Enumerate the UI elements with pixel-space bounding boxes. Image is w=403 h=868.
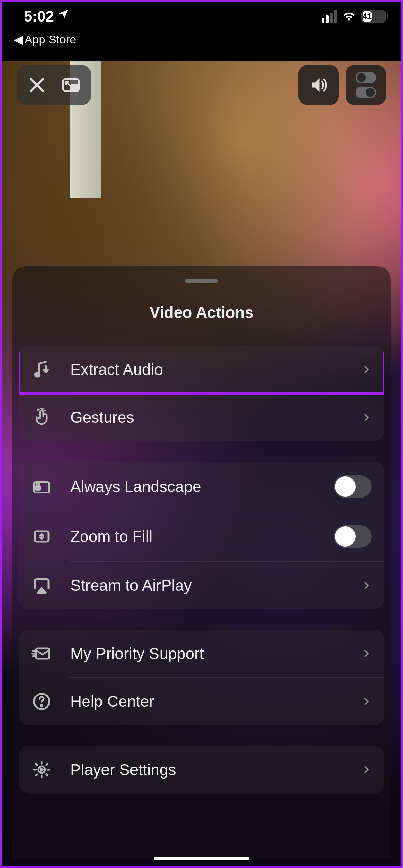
player-left-controls [17, 65, 91, 105]
actions-group-1: Extract Audio Gestures [19, 346, 384, 441]
status-time: 5:02 [24, 8, 54, 25]
chevron-right-icon [361, 412, 372, 422]
landscape-lock-icon [31, 476, 52, 497]
toggle-always-landscape[interactable] [334, 475, 372, 498]
picture-in-picture-icon[interactable] [61, 75, 81, 95]
actions-group-3: My Priority Support Help Center [19, 630, 384, 725]
music-download-icon [31, 359, 52, 380]
priority-mail-icon [31, 643, 52, 664]
battery-level: 41 [363, 11, 372, 22]
toggles-icon [356, 72, 376, 98]
actions-group-4: Player Settings [19, 746, 384, 794]
svg-rect-4 [36, 486, 40, 490]
chevron-right-icon [361, 364, 372, 375]
row-zoom-to-fill[interactable]: Zoom to Fill [19, 512, 384, 561]
chevron-right-icon [361, 648, 372, 659]
row-label: Player Settings [70, 760, 361, 779]
actions-group-2: Always Landscape Zoom to Fill Stream to … [19, 462, 384, 609]
back-app-label: App Store [25, 33, 76, 46]
chevron-right-icon [361, 696, 372, 706]
back-caret-icon: ◀ [14, 32, 23, 46]
row-label: Always Landscape [70, 477, 334, 496]
svg-point-8 [41, 705, 43, 706]
row-player-settings[interactable]: Player Settings [19, 746, 384, 794]
row-label: Stream to AirPlay [70, 576, 361, 594]
speaker-icon [308, 75, 329, 95]
back-to-app[interactable]: ◀ App Store [0, 32, 403, 53]
row-stream-airplay[interactable]: Stream to AirPlay [19, 561, 384, 609]
row-label: My Priority Support [70, 644, 361, 663]
airplay-icon [31, 575, 52, 596]
home-indicator[interactable] [154, 857, 249, 860]
row-help-center[interactable]: Help Center [19, 677, 384, 725]
row-priority-support[interactable]: My Priority Support [19, 630, 384, 677]
volume-button[interactable] [298, 65, 339, 105]
status-bar: 5:02 41 [0, 0, 403, 32]
row-label: Zoom to Fill [70, 527, 334, 546]
wifi-icon [342, 8, 357, 25]
row-gestures[interactable]: Gestures [19, 393, 384, 441]
sheet-title: Video Actions [19, 303, 384, 322]
video-actions-sheet[interactable]: Video Actions Extract Audio Gestures [12, 266, 391, 858]
row-label: Extract Audio [70, 360, 361, 379]
toggle-zoom-to-fill[interactable] [334, 525, 372, 548]
row-label: Help Center [70, 692, 361, 711]
gear-play-icon [31, 759, 52, 780]
close-icon[interactable] [27, 75, 47, 95]
row-label: Gestures [70, 408, 361, 426]
chevron-right-icon [361, 765, 372, 775]
settings-toggles-button[interactable] [346, 65, 386, 105]
battery-icon: 41 [361, 10, 386, 23]
chevron-right-icon [361, 580, 372, 590]
help-icon [31, 691, 52, 712]
svg-rect-1 [71, 85, 78, 90]
cellular-icon [322, 10, 337, 23]
tap-gesture-icon [31, 407, 52, 428]
row-extract-audio[interactable]: Extract Audio [19, 346, 384, 393]
row-always-landscape[interactable]: Always Landscape [19, 462, 384, 512]
location-icon [57, 8, 70, 23]
zoom-fill-icon [31, 526, 52, 547]
svg-point-2 [35, 373, 40, 377]
